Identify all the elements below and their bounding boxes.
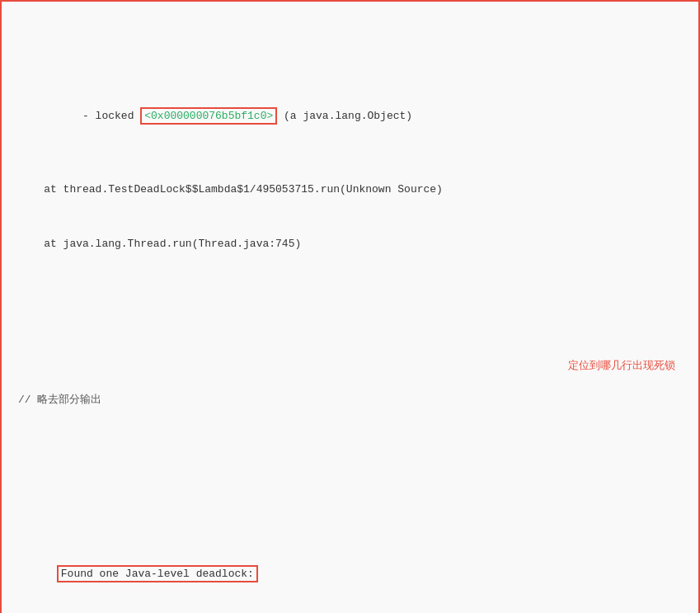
gap-1 [18,309,682,318]
found-deadlock-line: Found one Java-level deadlock: [18,547,682,601]
omit-comment: // 略去部分输出 [18,391,682,409]
locked-line: - locked <0x000000076b5bf1c0> (a java.la… [18,89,682,144]
main-container: - locked <0x000000076b5bf1c0> (a java.la… [0,0,700,613]
gap-2 [18,464,682,474]
found-deadlock-label: Found one Java-level deadlock: [61,568,254,580]
annotation: 定位到哪几行出现死锁 [568,356,675,375]
code-block: - locked <0x000000076b5bf1c0> (a java.la… [18,17,682,613]
annotation-text: 定位到哪几行出现死锁 [568,359,675,371]
at-line-2: at java.lang.Thread.run(Thread.java:745) [18,235,682,253]
locked-suffix: (a java.lang.Object) [277,110,412,122]
locked-prefix: - locked [57,110,140,122]
found-deadlock-box: Found one Java-level deadlock: [57,565,258,582]
lock-addr-1: <0x000000076b5bf1c0> [140,107,277,125]
at-line-1: at thread.TestDeadLock$$Lambda$1/4950537… [18,181,682,199]
